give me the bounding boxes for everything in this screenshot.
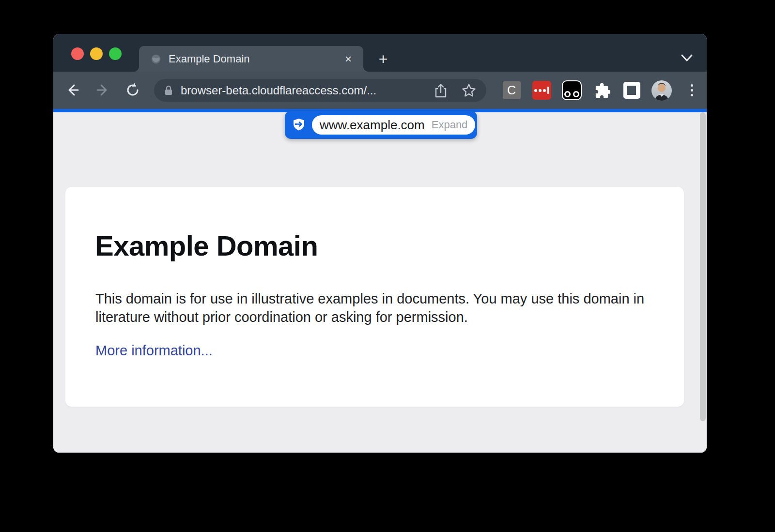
share-icon[interactable] bbox=[434, 83, 448, 98]
isolation-domain-pill[interactable]: www.example.com Expand bbox=[312, 115, 475, 135]
url-text[interactable]: browser-beta.cloudflareaccess.com/... bbox=[181, 84, 434, 97]
side-panel-icon[interactable] bbox=[623, 82, 640, 99]
new-tab-button[interactable]: + bbox=[374, 50, 392, 68]
c-extension-icon[interactable]: C bbox=[503, 81, 521, 99]
isolation-domain-text: www.example.com bbox=[320, 118, 425, 133]
page-body-text: This domain is for use in illustrative e… bbox=[95, 289, 652, 326]
titlebar: Example Domain × + bbox=[53, 34, 707, 72]
page-content: www.example.com Expand Example Domain Th… bbox=[53, 112, 707, 453]
forward-button[interactable] bbox=[94, 82, 111, 98]
lastpass-extension-icon[interactable] bbox=[532, 81, 551, 100]
bookmark-star-icon[interactable] bbox=[461, 83, 477, 98]
lock-icon[interactable] bbox=[164, 85, 173, 96]
browser-menu-icon[interactable] bbox=[691, 84, 693, 96]
toolbar: browser-beta.cloudflareaccess.com/... C bbox=[53, 72, 707, 109]
extensions-area: C bbox=[496, 72, 707, 109]
reload-button[interactable] bbox=[124, 82, 141, 98]
globe-favicon-icon bbox=[151, 54, 161, 64]
dark-extension-icon[interactable] bbox=[562, 80, 582, 100]
scrollbar[interactable] bbox=[700, 112, 706, 421]
shield-arrow-icon bbox=[292, 118, 306, 132]
expand-button[interactable]: Expand bbox=[432, 119, 468, 131]
zoom-window-button[interactable] bbox=[109, 47, 122, 60]
isolation-url-bar: www.example.com Expand bbox=[285, 111, 477, 139]
tab-title: Example Domain bbox=[169, 53, 341, 65]
browser-window: Example Domain × + browser-beta.cloudfla… bbox=[53, 34, 707, 453]
profile-avatar[interactable] bbox=[651, 80, 672, 101]
tab-example-domain[interactable]: Example Domain × bbox=[139, 46, 363, 72]
minimize-window-button[interactable] bbox=[90, 47, 103, 60]
extensions-puzzle-icon[interactable] bbox=[593, 82, 610, 99]
address-bar[interactable]: browser-beta.cloudflareaccess.com/... bbox=[154, 79, 486, 102]
example-domain-card: Example Domain This domain is for use in… bbox=[65, 187, 684, 407]
more-information-link[interactable]: More information... bbox=[95, 343, 213, 359]
tab-close-icon[interactable]: × bbox=[341, 52, 356, 66]
page-title: Example Domain bbox=[95, 229, 318, 262]
close-window-button[interactable] bbox=[71, 47, 84, 60]
chevron-down-icon[interactable] bbox=[681, 53, 693, 63]
back-button[interactable] bbox=[64, 82, 81, 98]
